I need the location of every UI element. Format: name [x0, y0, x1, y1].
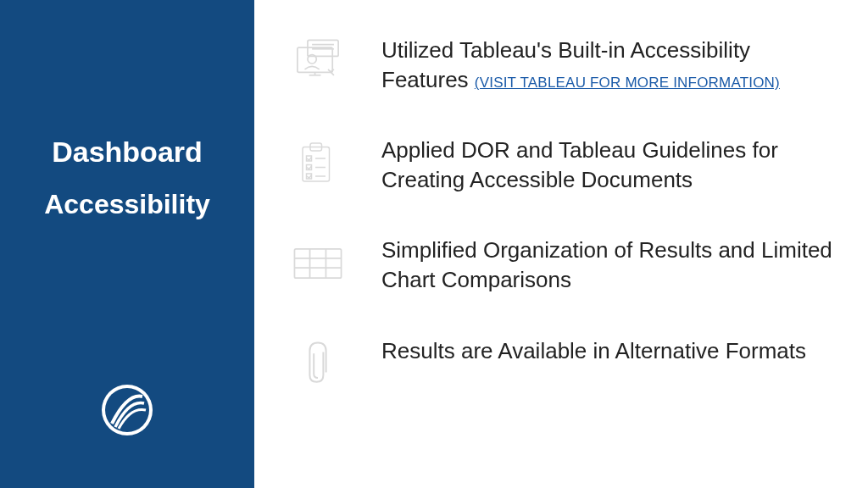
- monitor-user-icon: [288, 34, 348, 93]
- sidebar-title-line1: Dashboard: [0, 136, 254, 169]
- svg-rect-2: [298, 47, 332, 72]
- table-grid-icon: [288, 234, 348, 293]
- feature-item: Results are Available in Alternative For…: [288, 335, 834, 394]
- paperclip-icon: [288, 335, 348, 394]
- feature-item: Simplified Organization of Results and L…: [288, 234, 834, 295]
- clipboard-checklist-icon: [288, 134, 348, 193]
- brand-logo-icon: [100, 383, 154, 437]
- feature-text: Simplified Organization of Results and L…: [381, 234, 834, 295]
- feature-text: Results are Available in Alternative For…: [381, 335, 806, 366]
- tableau-info-link[interactable]: (VISIT TABLEAU FOR MORE INFORMATION): [475, 75, 780, 91]
- feature-item: Applied DOR and Tableau Guidelines for C…: [288, 134, 834, 195]
- sidebar: Dashboard Accessibility: [0, 0, 254, 488]
- svg-rect-17: [294, 249, 341, 278]
- feature-text: Utilized Tableau's Built-in Accessibilit…: [381, 34, 834, 95]
- sidebar-title-group: Dashboard Accessibility: [0, 136, 254, 220]
- feature-text: Applied DOR and Tableau Guidelines for C…: [381, 134, 834, 195]
- sidebar-title-line2: Accessibility: [0, 189, 254, 220]
- content-area: Utilized Tableau's Built-in Accessibilit…: [254, 0, 868, 488]
- feature-item: Utilized Tableau's Built-in Accessibilit…: [288, 34, 834, 95]
